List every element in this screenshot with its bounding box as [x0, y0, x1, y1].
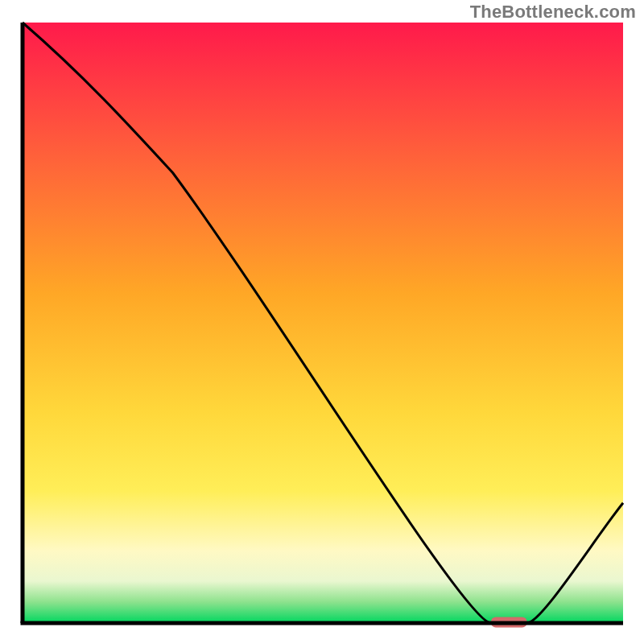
- bottleneck-chart: [0, 0, 644, 644]
- plot-background: [23, 23, 623, 623]
- chart-container: { "watermark": "TheBottleneck.com", "cha…: [0, 0, 644, 644]
